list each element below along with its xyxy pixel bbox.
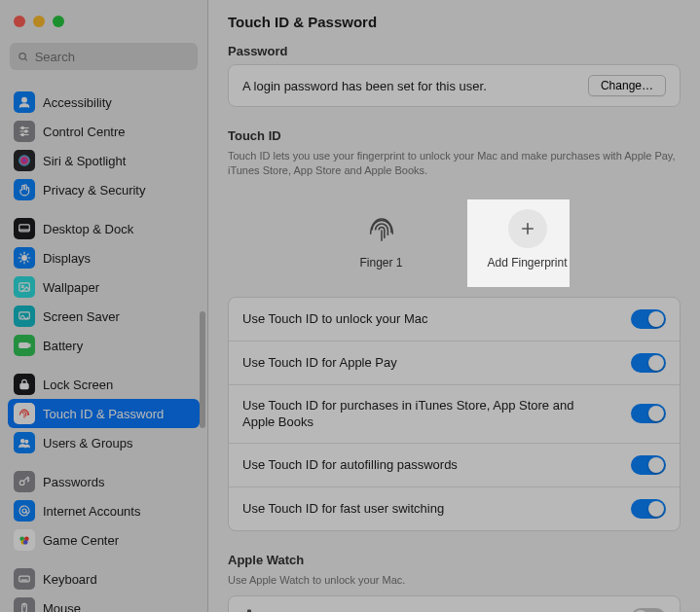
- users-icon: [14, 432, 35, 453]
- svg-point-0: [19, 53, 25, 58]
- svg-point-12: [22, 256, 27, 261]
- touchid-description: Touch ID lets you use your fingerprint t…: [228, 149, 681, 178]
- sidebar-item-keyboard[interactable]: Keyboard: [8, 564, 200, 594]
- fingerprint-label: Add Fingerprint: [487, 256, 567, 270]
- password-heading: Password: [228, 44, 681, 58]
- lock-icon: [14, 374, 35, 395]
- touchid-toggle-row: Use Touch ID to unlock your Mac: [229, 298, 680, 341]
- sidebar-item-siri-spotlight[interactable]: Siri & Spotlight: [8, 146, 200, 175]
- toggle-switch[interactable]: [631, 499, 666, 519]
- sidebar-item-mouse[interactable]: Mouse: [8, 594, 200, 612]
- sliders-icon: [14, 121, 35, 142]
- sidebar-item-privacy-security[interactable]: Privacy & Security: [8, 175, 200, 204]
- svg-point-30: [22, 509, 26, 513]
- sidebar-item-displays[interactable]: Displays: [8, 243, 200, 272]
- apple-watch-icon: [242, 609, 256, 612]
- sidebar-item-label: Accessibility: [43, 95, 112, 110]
- sidebar-item-touch-id-password[interactable]: Touch ID & Password: [8, 399, 200, 428]
- search-input[interactable]: [35, 50, 190, 64]
- sidebar-item-wallpaper[interactable]: Wallpaper: [8, 272, 200, 302]
- password-status: A login password has been set for this u…: [242, 79, 487, 93]
- sidebar-item-label: Passwords: [43, 475, 105, 489]
- zoom-icon[interactable]: [53, 16, 64, 27]
- window-controls: [0, 0, 207, 43]
- svg-point-22: [21, 285, 23, 287]
- sidebar-item-accessibility[interactable]: Accessibility: [8, 88, 200, 117]
- applewatch-heading: Apple Watch: [228, 553, 681, 567]
- sidebar-item-screen-saver[interactable]: Screen Saver: [8, 302, 200, 331]
- search-field[interactable]: [10, 43, 198, 70]
- applewatch-card: Apple Watch: [228, 595, 681, 612]
- toggle-switch[interactable]: [631, 309, 666, 329]
- svg-point-34: [23, 540, 28, 545]
- toggle-label: Use Touch ID for Apple Pay: [242, 354, 397, 372]
- toggle-label: Use Touch ID for fast user switching: [242, 500, 444, 518]
- hand-icon: [14, 179, 35, 200]
- battery-icon: [14, 335, 35, 356]
- sidebar-item-label: Touch ID & Password: [43, 407, 164, 421]
- svg-point-27: [21, 440, 25, 444]
- svg-rect-26: [20, 383, 28, 388]
- sidebar-item-label: Desktop & Dock: [43, 222, 133, 236]
- svg-rect-25: [29, 344, 30, 346]
- sidebar-item-label: Internet Accounts: [43, 504, 140, 519]
- touchid-toggle-row: Use Touch ID for autofilling passwords: [229, 443, 680, 486]
- sidebar-item-label: Users & Groups: [43, 436, 132, 450]
- sidebar-list: AccessibilityControl CentreSiri & Spotli…: [0, 78, 207, 612]
- minimize-icon[interactable]: [33, 16, 45, 27]
- sidebar-item-desktop-dock[interactable]: Desktop & Dock: [8, 214, 200, 243]
- svg-point-6: [21, 126, 23, 128]
- sidebar-item-lock-screen[interactable]: Lock Screen: [8, 370, 200, 399]
- image-icon: [14, 276, 35, 298]
- touchid-toggle-card: Use Touch ID to unlock your MacUse Touch…: [228, 297, 681, 531]
- change-password-button[interactable]: Change…: [588, 75, 666, 96]
- svg-point-7: [25, 130, 27, 132]
- toggle-switch[interactable]: [631, 404, 666, 423]
- sidebar-item-label: Wallpaper: [43, 280, 99, 295]
- scrollbar-thumb[interactable]: [200, 311, 205, 428]
- add-fingerprint-button[interactable]: Add Fingerprint: [479, 209, 576, 270]
- svg-point-28: [25, 440, 28, 443]
- sidebar: AccessibilityControl CentreSiri & Spotli…: [0, 0, 208, 612]
- sidebar-item-label: Keyboard: [43, 572, 97, 587]
- sidebar-item-internet-accounts[interactable]: Internet Accounts: [8, 496, 200, 525]
- fingerprint-icon: [362, 209, 401, 248]
- close-icon[interactable]: [14, 16, 25, 27]
- applewatch-toggle[interactable]: [631, 608, 666, 612]
- sidebar-item-users-groups[interactable]: Users & Groups: [8, 428, 200, 457]
- sidebar-item-game-center[interactable]: Game Center: [8, 525, 200, 555]
- fingerprint-slot[interactable]: Finger 1: [333, 209, 430, 270]
- search-icon: [18, 51, 29, 63]
- svg-rect-10: [19, 225, 30, 232]
- dock-icon: [14, 218, 35, 239]
- person-icon: [14, 91, 35, 113]
- screensaver-icon: [14, 306, 35, 327]
- applewatch-description: Use Apple Watch to unlock your Mac.: [228, 573, 681, 588]
- fingerprint-red-icon: [14, 403, 35, 424]
- toggle-switch[interactable]: [631, 353, 666, 373]
- toggle-label: Use Touch ID for purchases in iTunes Sto…: [242, 397, 593, 431]
- sidebar-item-battery[interactable]: Battery: [8, 331, 200, 360]
- touchid-toggle-row: Use Touch ID for fast user switching: [229, 486, 680, 530]
- svg-point-8: [21, 133, 23, 135]
- svg-rect-35: [19, 576, 30, 582]
- fingerprint-label: Finger 1: [359, 256, 402, 270]
- sidebar-item-label: Mouse: [43, 601, 81, 613]
- sidebar-item-passwords[interactable]: Passwords: [8, 467, 200, 496]
- key-icon: [14, 471, 35, 492]
- sun-icon: [14, 247, 35, 269]
- sidebar-item-control-centre[interactable]: Control Centre: [8, 117, 200, 146]
- toggle-label: Use Touch ID to unlock your Mac: [242, 310, 428, 328]
- sidebar-item-label: Siri & Spotlight: [43, 154, 126, 168]
- sidebar-item-label: Privacy & Security: [43, 183, 145, 198]
- siri-icon: [14, 150, 35, 171]
- keyboard-icon: [14, 568, 35, 590]
- sidebar-item-label: Game Center: [43, 533, 119, 548]
- toggle-switch[interactable]: [631, 455, 666, 475]
- gamecenter-icon: [14, 529, 35, 551]
- svg-line-17: [20, 254, 21, 255]
- sidebar-item-label: Control Centre: [43, 125, 126, 139]
- sidebar-item-label: Displays: [43, 251, 91, 266]
- svg-point-2: [22, 97, 27, 102]
- toggle-label: Use Touch ID for autofilling passwords: [242, 456, 458, 474]
